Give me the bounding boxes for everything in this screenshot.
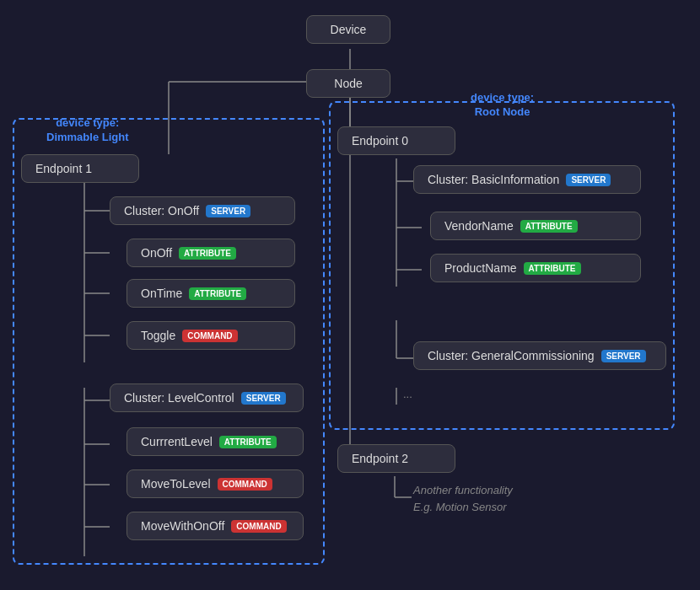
endpoint-1-label: Endpoint 1 [35, 162, 92, 175]
onoff-label: OnOff [141, 246, 172, 260]
cluster-levelcontrol-label: Cluster: LevelControl [124, 391, 234, 405]
onoff-attribute: OnOff ATTRIBUTE [127, 239, 295, 267]
productname-badge: ATTRIBUTE [524, 262, 581, 275]
cluster-basicinfo: Cluster: BasicInformation SERVER [413, 165, 641, 194]
vendorname-attribute: VendorName ATTRIBUTE [430, 212, 641, 240]
cluster-onoff-badge: SERVER [206, 205, 250, 217]
endpoint-2-sublabel: Another functionality E.g. Motion Sensor [413, 482, 513, 515]
toggle-label: Toggle [141, 329, 175, 342]
ontime-attribute: OnTime ATTRIBUTE [127, 279, 295, 308]
node-node: Node [306, 69, 390, 98]
cluster-levelcontrol: Cluster: LevelControl SERVER [110, 384, 304, 412]
endpoint-0-node: Endpoint 0 [337, 126, 455, 155]
movewithonoff-command: MoveWithOnOff COMMAND [127, 512, 304, 540]
cluster-levelcontrol-badge: SERVER [241, 392, 286, 405]
device-node: Device [306, 15, 390, 44]
cluster-generalcommissioning: Cluster: GeneralCommissioning SERVER [413, 341, 666, 370]
node-label: Node [334, 77, 362, 90]
movewithonoff-label: MoveWithOnOff [141, 519, 224, 533]
toggle-command: Toggle COMMAND [127, 321, 295, 350]
productname-label: ProductName [444, 261, 517, 275]
currentlevel-label: CurrrentLevel [141, 435, 213, 448]
cluster-basicinfo-badge: SERVER [566, 174, 611, 186]
vendorname-badge: ATTRIBUTE [520, 220, 578, 233]
currentlevel-badge: ATTRIBUTE [219, 436, 277, 448]
cluster-generalcommissioning-badge: SERVER [601, 350, 646, 362]
endpoint-1-node: Endpoint 1 [21, 154, 139, 183]
cluster-generalcommissioning-label: Cluster: GeneralCommissioning [428, 349, 595, 362]
device-label: Device [331, 23, 367, 36]
vendorname-label: VendorName [444, 219, 514, 233]
endpoint-2-node: Endpoint 2 [337, 444, 455, 473]
movetolevel-command: MoveToLevel COMMAND [127, 469, 304, 498]
currentlevel-attribute: CurrrentLevel ATTRIBUTE [127, 427, 304, 456]
cluster-onoff: Cluster: OnOff SERVER [110, 196, 295, 225]
cluster-basicinfo-label: Cluster: BasicInformation [428, 173, 559, 186]
toggle-badge: COMMAND [182, 330, 237, 342]
movewithonoff-badge: COMMAND [231, 520, 286, 533]
ellipsis: ... [403, 388, 412, 400]
ontime-label: OnTime [141, 287, 182, 300]
movetolevel-badge: COMMAND [218, 478, 272, 491]
ontime-badge: ATTRIBUTE [189, 287, 246, 300]
movetolevel-label: MoveToLevel [141, 477, 211, 491]
cluster-onoff-label: Cluster: OnOff [124, 204, 199, 217]
endpoint-0-label: Endpoint 0 [352, 134, 408, 148]
onoff-badge: ATTRIBUTE [179, 247, 236, 260]
diagram: Device Node device type: Dimmable Light … [0, 0, 700, 590]
productname-attribute: ProductName ATTRIBUTE [430, 254, 641, 282]
endpoint-2-label: Endpoint 2 [352, 452, 408, 465]
